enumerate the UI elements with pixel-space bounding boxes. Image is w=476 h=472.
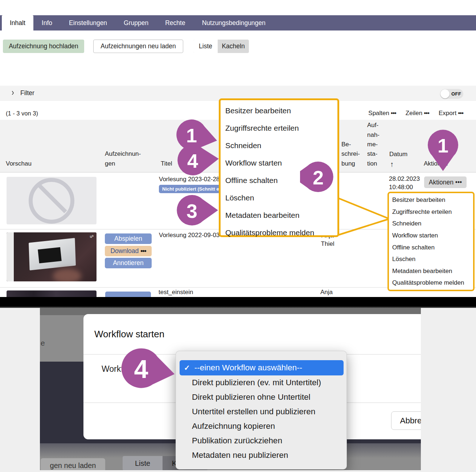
filter-toggle[interactable]: OFF	[440, 89, 463, 99]
row2-title[interactable]: Vorlesung 2022-09-03	[159, 232, 219, 239]
view-toggle: Liste Kacheln	[193, 40, 249, 53]
context-menu-item[interactable]: Workflow starten	[389, 230, 473, 242]
result-count: (1 - 3 von 3)	[6, 110, 38, 117]
ellipsis-icon: •••	[458, 110, 463, 117]
dropdown-option[interactable]: Publikation zurückziehen	[192, 434, 344, 448]
ellipsis-icon: •••	[391, 110, 396, 117]
reload-recordings-button[interactable]: Aufzeichnungen neu laden	[93, 40, 183, 53]
university-logo: uᵇ	[90, 234, 94, 239]
row3-owner: Anja	[320, 289, 333, 296]
context-menu-item[interactable]: Schneiden	[221, 137, 337, 154]
dimmed-view-list: Liste	[123, 456, 163, 470]
cancel-button[interactable]: Abbrechen	[391, 411, 421, 430]
context-menu-item[interactable]: Workflow starten	[221, 154, 337, 172]
upload-recording-button[interactable]: Aufzeichnung hochladen	[3, 40, 84, 53]
dropdown-option[interactable]: Metadaten neu publizieren	[192, 448, 344, 463]
dropdown-option[interactable]: Direkt publizieren ohne Untertitel	[192, 390, 344, 404]
no-preview-icon	[29, 178, 74, 224]
dropdown-selected-option[interactable]: ✓ --einen Workflow auswählen--	[180, 360, 344, 375]
actions-context-menu-magnified: Besitzer bearbeitenZugriffsrechte erteil…	[219, 98, 339, 237]
row2-play-button[interactable]: Abspielen	[105, 233, 152, 244]
view-toggle-tiles[interactable]: Kacheln	[218, 40, 249, 53]
table-menus: Spalten••• Zeilen••• Export•••	[368, 110, 463, 117]
context-menu-item[interactable]: Löschen	[389, 253, 473, 265]
dropdown-option[interactable]: Untertitel erstellen und publizieren	[192, 404, 344, 419]
ellipsis-icon: •••	[424, 110, 429, 117]
sort-ascending-icon[interactable]: ↑	[390, 159, 394, 170]
table-menu-link[interactable]: Spalten•••	[368, 110, 396, 117]
svg-text:3: 3	[186, 200, 197, 222]
view-toggle-list[interactable]: Liste	[193, 40, 218, 53]
context-menu-item[interactable]: Schneiden	[389, 218, 473, 230]
row1-date: 28.02.2023 10:48:00	[389, 175, 420, 192]
row1-actions-button[interactable]: Aktionen •••	[424, 176, 467, 188]
dropdown-option[interactable]: Aufzeichnung kopieren	[192, 419, 344, 434]
thumbnail-pillarbox	[7, 232, 14, 281]
toggle-state-label: OFF	[451, 91, 461, 97]
top-navbar: Inhalt InfoEinstellungenGruppenRechteNut…	[0, 15, 476, 30]
row2-annotate-button[interactable]: Annotieren	[105, 258, 152, 268]
nav-tab[interactable]: Info	[33, 15, 61, 30]
ellipsis-icon: •••	[140, 247, 146, 255]
context-menu-item[interactable]: Löschen	[221, 189, 337, 207]
column-header-aufnahmestation[interactable]: Auf- nah- me- sta- tion	[367, 121, 379, 168]
context-menu-item[interactable]: Zugriffsrechte erteilen	[389, 206, 473, 218]
row1-preview-placeholder	[7, 177, 97, 224]
tab-inhalt[interactable]: Inhalt	[2, 15, 33, 30]
workflow-select-dropdown: ✓ --einen Workflow auswählen-- Direkt pu…	[176, 351, 347, 469]
nav-tab[interactable]: Einstellungen	[61, 15, 115, 30]
row1-status-badge: Nicht publiziert (Schnitt erfo	[159, 185, 226, 193]
context-menu-item[interactable]: Offline schalten	[221, 172, 337, 189]
nav-tab[interactable]: Gruppen	[115, 15, 157, 30]
column-header-beschreibung[interactable]: Be- schrei- bung	[341, 140, 360, 168]
row3-thumbnail[interactable]	[7, 290, 97, 297]
context-menu-item[interactable]: Metadaten bearbeiten	[389, 265, 473, 277]
hand	[53, 269, 81, 281]
context-menu-item[interactable]: Offline schalten	[389, 241, 473, 253]
column-header-aktionen: Aktionen	[424, 159, 448, 168]
context-menu-item[interactable]: Qualitätsprobleme melden	[389, 277, 473, 289]
column-header-datum[interactable]: Datum	[389, 150, 407, 159]
backdrop-clipped-text: e	[41, 339, 45, 347]
screenshot-canvas: Inhalt InfoEinstellungenGruppenRechteNut…	[0, 0, 476, 472]
column-header-aufzeichnungen[interactable]: Aufzeichnun- gen	[105, 149, 141, 168]
video-on-screen	[38, 247, 62, 263]
context-menu-item[interactable]: Besitzer bearbeiten	[389, 194, 473, 206]
context-menu-item[interactable]: Besitzer bearbeiten	[221, 102, 337, 119]
dropdown-option[interactable]: Direkt publizieren (ev. mit Untertitel)	[192, 375, 344, 390]
row2-download-button[interactable]: Download •••	[105, 246, 152, 256]
actions-context-menu: Besitzer bearbeitenZugriffsrechte erteil…	[387, 192, 475, 291]
row1-title[interactable]: Vorlesung 2023-02-28	[159, 176, 219, 183]
checkmark-icon: ✓	[184, 363, 190, 372]
context-menu-item[interactable]: Zugriffsrechte erteilen	[221, 119, 337, 137]
dimmed-reload-button: gen neu laden	[41, 458, 105, 470]
second-screenshot-area: e gen neu laden Liste Kacheln Workflow s…	[0, 308, 476, 472]
workflow-field-label: Workflow	[102, 364, 136, 374]
nav-tab[interactable]: Rechte	[157, 15, 193, 30]
marker-3-metadaten: 3	[174, 192, 221, 228]
toggle-knob	[440, 89, 450, 98]
table-menu-link[interactable]: Export•••	[439, 110, 463, 117]
modal-title: Workflow starten	[94, 329, 164, 340]
column-header-titel[interactable]: Titel	[161, 159, 172, 168]
nav-tab[interactable]: Nutzungsbedingungen	[194, 15, 274, 30]
row3-play-button[interactable]	[105, 292, 151, 297]
chevron-right-icon[interactable]: ›	[12, 87, 14, 98]
context-menu-item[interactable]: Qualitätsprobleme melden	[221, 224, 337, 241]
column-header-vorschau[interactable]: Vorschau	[6, 159, 32, 168]
modal-backdrop: e gen neu laden Liste Kacheln Workflow s…	[40, 308, 421, 470]
row2-thumbnail[interactable]: uᵇ	[7, 232, 97, 281]
table-menu-link[interactable]: Zeilen•••	[406, 110, 429, 117]
context-menu-item[interactable]: Metadaten bearbeiten	[221, 207, 337, 224]
row3-title[interactable]: test_einstein	[159, 289, 193, 296]
filter-label[interactable]: Filter	[20, 89, 34, 97]
screenshot-divider-band	[0, 297, 476, 308]
nav-tabs: InfoEinstellungenGruppenRechteNutzungsbe…	[33, 15, 274, 30]
